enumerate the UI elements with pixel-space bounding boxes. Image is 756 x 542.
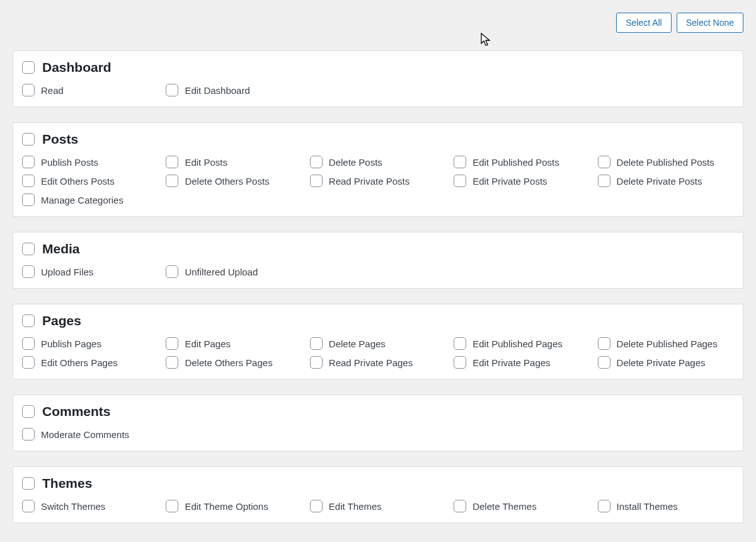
section-panel: MediaUpload FilesUnfiltered Upload (13, 232, 743, 289)
section-checkbox[interactable] (22, 477, 35, 490)
capability-checkbox[interactable] (22, 428, 35, 441)
capability-item: Delete Pages (310, 337, 446, 350)
capability-checkbox[interactable] (454, 356, 466, 369)
capability-checkbox[interactable] (310, 175, 323, 187)
capability-label: Moderate Comments (41, 429, 129, 440)
capability-checkbox[interactable] (598, 175, 610, 187)
capability-label: Edit Published Pages (472, 338, 563, 349)
capability-item: Delete Others Pages (166, 356, 302, 369)
capability-checkbox[interactable] (166, 356, 178, 369)
section-checkbox[interactable] (22, 61, 35, 74)
section-panel: PagesPublish PagesEdit PagesDelete Pages… (13, 304, 743, 379)
section-header: Posts (22, 132, 734, 147)
capability-checkbox[interactable] (22, 500, 35, 512)
capability-item: Delete Published Pages (598, 337, 734, 350)
capability-checkbox[interactable] (166, 265, 178, 278)
section-checkbox[interactable] (22, 243, 35, 255)
capability-label: Publish Pages (41, 338, 101, 349)
capability-checkbox[interactable] (22, 84, 35, 96)
capability-label: Delete Themes (472, 501, 536, 512)
capability-checkbox[interactable] (454, 156, 466, 168)
capability-checkbox[interactable] (22, 175, 35, 187)
section-title: Comments (42, 404, 111, 419)
capability-checkbox[interactable] (310, 156, 323, 168)
capability-item: Edit Private Posts (454, 175, 590, 187)
capability-checkbox[interactable] (22, 337, 35, 350)
capability-item: Edit Private Pages (454, 356, 590, 369)
section-header: Media (22, 241, 734, 257)
section-checkbox[interactable] (22, 133, 35, 146)
capability-item: Delete Others Posts (166, 175, 302, 187)
capability-checkbox[interactable] (22, 156, 35, 168)
section-header: Comments (22, 404, 734, 419)
capability-checkbox[interactable] (22, 193, 35, 206)
section-panel: DashboardReadEdit Dashboard (13, 50, 743, 107)
capability-checkbox[interactable] (310, 356, 323, 369)
capability-item: Edit Published Pages (454, 337, 590, 350)
capability-item: Publish Posts (22, 156, 158, 168)
capability-label: Read (41, 85, 64, 96)
section-panel: CommentsModerate Comments (13, 395, 743, 451)
capability-item: Read Private Pages (310, 356, 446, 369)
capability-label: Edit Themes (329, 501, 382, 512)
capability-label: Edit Private Pages (472, 357, 550, 368)
capability-label: Delete Published Posts (617, 157, 714, 168)
capability-item: Edit Theme Options (166, 500, 302, 512)
capability-label: Delete Pages (329, 338, 386, 349)
capability-item: Publish Pages (22, 337, 158, 350)
capability-checkbox[interactable] (598, 356, 610, 369)
section-header: Pages (22, 313, 734, 328)
section-header: Dashboard (22, 60, 734, 75)
capability-label: Edit Pages (185, 338, 231, 349)
capability-checkbox[interactable] (598, 500, 610, 512)
section-checkbox[interactable] (22, 314, 35, 327)
capability-item: Edit Others Posts (22, 175, 158, 187)
capability-label: Publish Posts (41, 157, 98, 168)
capability-checkbox[interactable] (598, 337, 610, 350)
section-title: Posts (42, 132, 78, 147)
capability-checkbox[interactable] (310, 337, 323, 350)
section-title: Themes (42, 476, 92, 491)
section-checkbox[interactable] (22, 405, 35, 418)
capabilities-grid: ReadEdit Dashboard (22, 84, 734, 96)
capability-checkbox[interactable] (166, 337, 178, 350)
capabilities-grid: Moderate Comments (22, 428, 734, 441)
capability-label: Unfiltered Upload (185, 267, 258, 277)
capability-label: Edit Dashboard (185, 85, 249, 96)
capability-label: Delete Others Pages (185, 357, 272, 368)
capability-checkbox[interactable] (310, 500, 323, 512)
capability-item: Edit Published Posts (454, 156, 590, 168)
capability-item: Delete Published Posts (598, 156, 734, 168)
capability-checkbox[interactable] (598, 156, 610, 168)
capability-item: Edit Posts (166, 156, 302, 168)
capability-item: Install Themes (598, 500, 734, 512)
capability-label: Read Private Pages (329, 357, 413, 368)
capability-item: Delete Themes (454, 500, 590, 512)
capability-label: Delete Private Pages (617, 357, 706, 368)
capability-item: Manage Categories (22, 193, 158, 206)
capability-item: Edit Others Pages (22, 356, 158, 369)
capability-label: Upload Files (41, 267, 93, 277)
capability-checkbox[interactable] (454, 337, 466, 350)
capability-label: Delete Posts (329, 157, 382, 168)
select-none-button[interactable]: Select None (677, 13, 743, 33)
capability-checkbox[interactable] (454, 500, 466, 512)
capability-checkbox[interactable] (166, 156, 178, 168)
section-title: Pages (42, 313, 81, 328)
capability-label: Read Private Posts (329, 176, 410, 187)
capability-label: Manage Categories (41, 195, 123, 205)
capability-item: Read (22, 84, 158, 96)
capability-checkbox[interactable] (22, 356, 35, 369)
capabilities-grid: Switch ThemesEdit Theme OptionsEdit Them… (22, 500, 734, 512)
section-panel: PostsPublish PostsEdit PostsDelete Posts… (13, 122, 743, 217)
capability-checkbox[interactable] (22, 265, 35, 278)
capability-label: Delete Private Posts (617, 176, 702, 187)
section-title: Media (42, 241, 80, 257)
select-all-button[interactable]: Select All (616, 13, 672, 33)
capability-item: Unfiltered Upload (166, 265, 302, 278)
capability-checkbox[interactable] (166, 500, 178, 512)
capability-checkbox[interactable] (166, 84, 178, 96)
capability-checkbox[interactable] (454, 175, 466, 187)
capability-checkbox[interactable] (166, 175, 178, 187)
mouse-cursor-icon (481, 33, 492, 48)
